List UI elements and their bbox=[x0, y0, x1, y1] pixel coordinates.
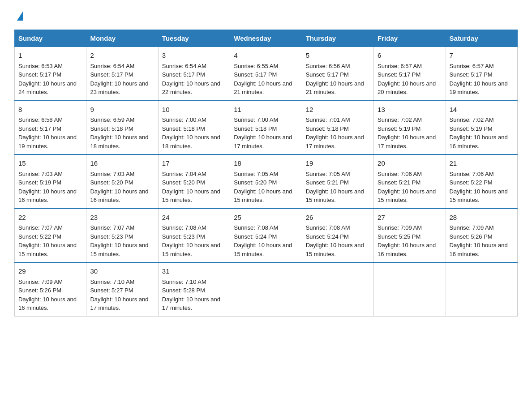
calendar-cell: 1Sunrise: 6:53 AMSunset: 5:17 PMDaylight… bbox=[15, 47, 86, 101]
daylight-text: Daylight: 10 hours and 16 minutes. bbox=[378, 242, 436, 257]
daylight-text: Daylight: 10 hours and 15 minutes. bbox=[18, 242, 77, 257]
sunrise-text: Sunrise: 7:02 AM bbox=[378, 116, 422, 123]
calendar-cell: 12Sunrise: 7:01 AMSunset: 5:18 PMDayligh… bbox=[302, 101, 373, 155]
sunset-text: Sunset: 5:21 PM bbox=[378, 179, 420, 186]
sunrise-text: Sunrise: 6:57 AM bbox=[378, 63, 422, 69]
header-row: Sunday Monday Tuesday Wednesday Thursday… bbox=[15, 30, 518, 47]
calendar-cell: 18Sunrise: 7:05 AMSunset: 5:20 PMDayligh… bbox=[230, 154, 302, 209]
calendar-cell: 19Sunrise: 7:05 AMSunset: 5:21 PMDayligh… bbox=[302, 154, 373, 209]
sunset-text: Sunset: 5:19 PM bbox=[18, 179, 61, 186]
daylight-text: Daylight: 10 hours and 17 minutes. bbox=[378, 134, 436, 150]
calendar-cell: 21Sunrise: 7:06 AMSunset: 5:22 PMDayligh… bbox=[446, 154, 517, 209]
calendar-cell: 5Sunrise: 6:56 AMSunset: 5:17 PMDaylight… bbox=[302, 47, 373, 101]
calendar-cell: 26Sunrise: 7:08 AMSunset: 5:24 PMDayligh… bbox=[302, 209, 373, 263]
header-tuesday: Tuesday bbox=[158, 30, 230, 47]
page-header bbox=[14, 11, 518, 21]
header-wednesday: Wednesday bbox=[230, 30, 302, 47]
logo-blue-text bbox=[14, 11, 23, 21]
calendar-cell: 4Sunrise: 6:55 AMSunset: 5:17 PMDaylight… bbox=[230, 47, 302, 101]
daylight-text: Daylight: 10 hours and 18 minutes. bbox=[90, 134, 148, 150]
calendar-cell: 16Sunrise: 7:03 AMSunset: 5:20 PMDayligh… bbox=[86, 154, 158, 209]
calendar-cell: 17Sunrise: 7:04 AMSunset: 5:20 PMDayligh… bbox=[158, 154, 230, 209]
daylight-text: Daylight: 10 hours and 15 minutes. bbox=[234, 188, 292, 204]
daylight-text: Daylight: 10 hours and 19 minutes. bbox=[450, 80, 508, 96]
calendar-table: Sunday Monday Tuesday Wednesday Thursday… bbox=[14, 30, 518, 317]
sunset-text: Sunset: 5:18 PM bbox=[306, 125, 349, 132]
calendar-row-5: 29Sunrise: 7:09 AMSunset: 5:26 PMDayligh… bbox=[15, 262, 518, 316]
daylight-text: Daylight: 10 hours and 15 minutes. bbox=[234, 242, 292, 257]
calendar-cell: 6Sunrise: 6:57 AMSunset: 5:17 PMDaylight… bbox=[374, 47, 446, 101]
sunset-text: Sunset: 5:23 PM bbox=[162, 233, 205, 240]
day-number: 23 bbox=[90, 213, 154, 223]
day-number: 10 bbox=[162, 105, 226, 115]
day-number: 22 bbox=[18, 213, 82, 223]
sunrise-text: Sunrise: 7:07 AM bbox=[90, 224, 134, 231]
daylight-text: Daylight: 10 hours and 16 minutes. bbox=[450, 242, 508, 257]
sunset-text: Sunset: 5:20 PM bbox=[234, 179, 277, 186]
day-number: 4 bbox=[234, 51, 298, 61]
sunrise-text: Sunrise: 7:00 AM bbox=[234, 116, 278, 123]
daylight-text: Daylight: 10 hours and 16 minutes. bbox=[90, 188, 148, 204]
sunset-text: Sunset: 5:17 PM bbox=[18, 71, 61, 78]
calendar-row-3: 15Sunrise: 7:03 AMSunset: 5:19 PMDayligh… bbox=[15, 154, 518, 209]
calendar-cell: 24Sunrise: 7:08 AMSunset: 5:23 PMDayligh… bbox=[158, 209, 230, 263]
daylight-text: Daylight: 10 hours and 22 minutes. bbox=[162, 80, 220, 96]
daylight-text: Daylight: 10 hours and 15 minutes. bbox=[306, 242, 364, 257]
daylight-text: Daylight: 10 hours and 15 minutes. bbox=[378, 188, 436, 204]
calendar-cell: 2Sunrise: 6:54 AMSunset: 5:17 PMDaylight… bbox=[86, 47, 158, 101]
sunrise-text: Sunrise: 7:06 AM bbox=[450, 171, 494, 177]
daylight-text: Daylight: 10 hours and 15 minutes. bbox=[450, 188, 508, 204]
daylight-text: Daylight: 10 hours and 17 minutes. bbox=[234, 134, 292, 150]
calendar-header: Sunday Monday Tuesday Wednesday Thursday… bbox=[15, 30, 518, 47]
day-number: 7 bbox=[450, 51, 514, 61]
header-thursday: Thursday bbox=[302, 30, 373, 47]
sunrise-text: Sunrise: 7:06 AM bbox=[378, 171, 422, 177]
sunrise-text: Sunrise: 7:08 AM bbox=[306, 224, 350, 231]
sunrise-text: Sunrise: 7:10 AM bbox=[90, 278, 134, 285]
day-number: 24 bbox=[162, 213, 226, 223]
calendar-cell bbox=[446, 262, 517, 316]
sunrise-text: Sunrise: 6:59 AM bbox=[90, 116, 134, 123]
daylight-text: Daylight: 10 hours and 21 minutes. bbox=[306, 80, 364, 96]
sunrise-text: Sunrise: 6:54 AM bbox=[90, 63, 134, 69]
header-monday: Monday bbox=[86, 30, 158, 47]
calendar-cell: 13Sunrise: 7:02 AMSunset: 5:19 PMDayligh… bbox=[374, 101, 446, 155]
logo bbox=[14, 11, 23, 21]
daylight-text: Daylight: 10 hours and 20 minutes. bbox=[378, 80, 436, 96]
sunrise-text: Sunrise: 7:03 AM bbox=[90, 171, 134, 177]
sunrise-text: Sunrise: 7:03 AM bbox=[18, 171, 63, 177]
sunrise-text: Sunrise: 7:05 AM bbox=[306, 171, 350, 177]
daylight-text: Daylight: 10 hours and 16 minutes. bbox=[450, 134, 508, 150]
header-sunday: Sunday bbox=[15, 30, 86, 47]
sunrise-text: Sunrise: 7:10 AM bbox=[162, 278, 206, 285]
calendar-body: 1Sunrise: 6:53 AMSunset: 5:17 PMDaylight… bbox=[15, 47, 518, 317]
day-number: 17 bbox=[162, 158, 226, 169]
sunrise-text: Sunrise: 6:54 AM bbox=[162, 63, 206, 69]
day-number: 14 bbox=[450, 105, 514, 115]
day-number: 1 bbox=[18, 51, 82, 61]
day-number: 19 bbox=[306, 158, 370, 169]
sunset-text: Sunset: 5:22 PM bbox=[450, 179, 493, 186]
sunset-text: Sunset: 5:17 PM bbox=[162, 71, 205, 78]
sunset-text: Sunset: 5:17 PM bbox=[306, 71, 349, 78]
day-number: 3 bbox=[162, 51, 226, 61]
calendar-cell: 7Sunrise: 6:57 AMSunset: 5:17 PMDaylight… bbox=[446, 47, 517, 101]
calendar-cell: 22Sunrise: 7:07 AMSunset: 5:22 PMDayligh… bbox=[15, 209, 86, 263]
calendar-row-4: 22Sunrise: 7:07 AMSunset: 5:22 PMDayligh… bbox=[15, 209, 518, 263]
day-number: 15 bbox=[18, 158, 82, 169]
sunrise-text: Sunrise: 7:09 AM bbox=[450, 224, 494, 231]
sunset-text: Sunset: 5:20 PM bbox=[162, 179, 205, 186]
calendar-cell bbox=[374, 262, 446, 316]
sunrise-text: Sunrise: 6:55 AM bbox=[234, 63, 278, 69]
calendar-cell: 20Sunrise: 7:06 AMSunset: 5:21 PMDayligh… bbox=[374, 154, 446, 209]
day-number: 28 bbox=[450, 213, 514, 223]
sunset-text: Sunset: 5:24 PM bbox=[306, 233, 349, 240]
day-number: 20 bbox=[378, 158, 442, 169]
calendar-row-1: 1Sunrise: 6:53 AMSunset: 5:17 PMDaylight… bbox=[15, 47, 518, 101]
calendar-row-2: 8Sunrise: 6:58 AMSunset: 5:17 PMDaylight… bbox=[15, 101, 518, 155]
sunset-text: Sunset: 5:22 PM bbox=[18, 233, 61, 240]
day-number: 6 bbox=[378, 51, 442, 61]
calendar-cell: 27Sunrise: 7:09 AMSunset: 5:25 PMDayligh… bbox=[374, 209, 446, 263]
day-number: 29 bbox=[18, 266, 82, 277]
sunset-text: Sunset: 5:17 PM bbox=[234, 71, 277, 78]
